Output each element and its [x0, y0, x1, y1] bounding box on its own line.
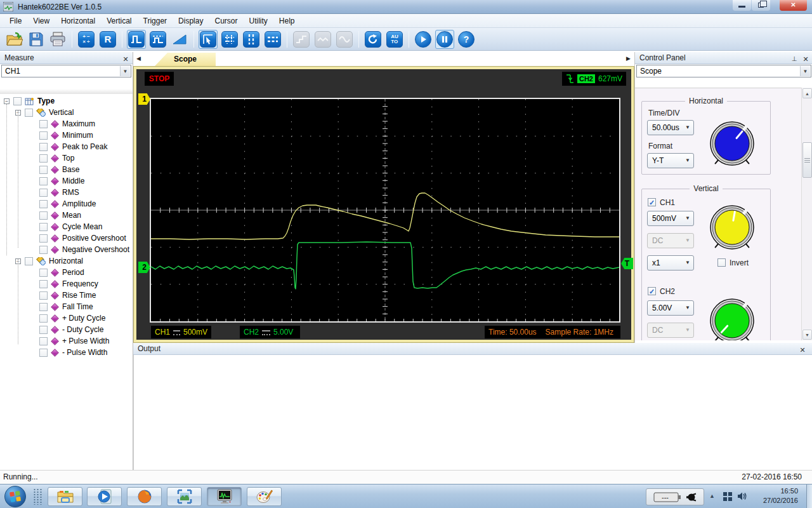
- menu-help[interactable]: Help: [273, 15, 301, 27]
- taskbar-button-image-viewer[interactable]: [167, 487, 202, 506]
- tree-checkbox[interactable]: [39, 269, 48, 277]
- tree-item-period[interactable]: Period: [0, 267, 84, 278]
- tree-item--pulse-width[interactable]: + Pulse Width: [0, 335, 109, 347]
- tree-item-maximum[interactable]: Maximum: [0, 118, 95, 130]
- ch1-coupling-select[interactable]: DC▼: [647, 233, 694, 248]
- ch2-scale-select[interactable]: 5.00V▼: [647, 300, 694, 316]
- control-panel-close-icon[interactable]: ✕: [801, 53, 810, 65]
- ch1-enable-checkbox[interactable]: ✓: [648, 198, 656, 206]
- vertical-cursors-button[interactable]: [242, 30, 261, 49]
- open-button[interactable]: [5, 30, 24, 49]
- timediv-select[interactable]: 50.00us▼: [647, 120, 694, 135]
- scroll-down-icon[interactable]: ▼: [802, 330, 812, 340]
- panel-splitter[interactable]: [0, 89, 133, 94]
- pause-button[interactable]: [435, 30, 454, 49]
- tree-item--duty-cycle[interactable]: + Duty Cycle: [0, 312, 105, 324]
- taskbar-button-oscilloscope[interactable]: [207, 487, 242, 506]
- tree-checkbox[interactable]: [39, 166, 48, 174]
- ch1-position-marker[interactable]: 1: [138, 93, 150, 105]
- ch2-coupling-select[interactable]: DC▼: [647, 323, 694, 338]
- tree-checkbox[interactable]: [39, 234, 48, 243]
- tree-checkbox[interactable]: [25, 257, 33, 265]
- tree-checkbox[interactable]: [39, 143, 48, 151]
- tree-checkbox[interactable]: [39, 326, 48, 334]
- tree-checkbox[interactable]: [25, 109, 33, 117]
- start-button[interactable]: [4, 486, 26, 507]
- close-button[interactable]: ✕: [780, 0, 807, 11]
- tree-checkbox[interactable]: [39, 200, 48, 208]
- tree-item-frequency[interactable]: Frequency: [0, 278, 98, 290]
- tree-item-amplitude[interactable]: Amplitude: [0, 198, 96, 210]
- network-icon[interactable]: [723, 492, 733, 501]
- tree-checkbox[interactable]: [39, 177, 48, 185]
- tree-item-peak-to-peak[interactable]: Peak to Peak: [0, 141, 107, 152]
- tree-node-horizontal[interactable]: −Horizontal: [0, 255, 83, 267]
- tab-next-icon[interactable]: ▶: [626, 55, 631, 62]
- menu-utility[interactable]: Utility: [243, 15, 273, 27]
- auto-button[interactable]: AUTO: [385, 30, 404, 49]
- trigger-level-marker[interactable]: T: [621, 258, 633, 269]
- cursor-button[interactable]: [199, 30, 218, 49]
- tree-checkbox[interactable]: [39, 211, 48, 220]
- ch1-probe-select[interactable]: x1▼: [647, 255, 694, 271]
- menu-vertical[interactable]: Vertical: [101, 15, 137, 27]
- tree-checkbox[interactable]: [39, 154, 48, 163]
- output-close-icon[interactable]: ✕: [798, 344, 807, 356]
- taskbar-clock[interactable]: 16:50 27/02/2016: [755, 486, 798, 505]
- menu-trigger[interactable]: Trigger: [138, 15, 173, 27]
- minimize-button[interactable]: [733, 0, 751, 11]
- tree-checkbox[interactable]: [39, 120, 48, 128]
- tree-item--duty-cycle[interactable]: - Duty Cycle: [0, 324, 103, 335]
- control-panel-scrollbar[interactable]: ▲ ▼: [801, 88, 812, 340]
- scroll-up-icon[interactable]: ▲: [802, 88, 812, 98]
- taskbar-button-paint[interactable]: [247, 487, 282, 506]
- tree-item-base[interactable]: Base: [0, 164, 79, 175]
- step-disabled-button[interactable]: [292, 30, 311, 49]
- menu-horizontal[interactable]: Horizontal: [55, 15, 101, 27]
- ch2-position-knob[interactable]: [705, 294, 759, 340]
- measure-close-icon[interactable]: ✕: [121, 53, 130, 65]
- restore-button[interactable]: [752, 0, 770, 11]
- menu-view[interactable]: View: [27, 15, 55, 27]
- pin-icon[interactable]: ⊥: [790, 53, 799, 65]
- refresh-button[interactable]: [363, 30, 383, 49]
- tree-item-minimum[interactable]: Minimum: [0, 130, 93, 141]
- tree-item-fall-time[interactable]: Fall Time: [0, 301, 93, 312]
- start-button[interactable]: [414, 30, 433, 49]
- tree-collapse-icon[interactable]: −: [4, 98, 10, 104]
- show-desktop-button[interactable]: [806, 485, 812, 508]
- ch2-enable-checkbox[interactable]: ✓: [648, 287, 656, 295]
- tree-checkbox[interactable]: [13, 97, 22, 105]
- tree-checkbox[interactable]: [39, 189, 48, 197]
- tree-item-rms[interactable]: RMS: [0, 187, 79, 198]
- ch1-scale-select[interactable]: 500mV▼: [647, 211, 694, 226]
- pulse-button[interactable]: [127, 30, 146, 49]
- tree-item-rise-time[interactable]: Rise Time: [0, 290, 96, 301]
- ramp-button[interactable]: [170, 30, 189, 49]
- hidden-icons-button[interactable]: ▲: [709, 493, 715, 499]
- scrollbar-thumb[interactable]: [802, 142, 812, 178]
- speaker-icon[interactable]: [737, 491, 748, 501]
- ch1-position-knob[interactable]: [705, 201, 759, 254]
- menu-display[interactable]: Display: [173, 15, 209, 27]
- tree-checkbox[interactable]: [39, 131, 48, 140]
- ch1-invert-checkbox[interactable]: [717, 258, 726, 267]
- taskbar-grip[interactable]: [33, 488, 43, 505]
- save-button[interactable]: [27, 30, 46, 49]
- tab-prev-icon[interactable]: ◀: [136, 55, 141, 62]
- grid-button[interactable]: [220, 30, 239, 49]
- tree-item-middle[interactable]: Middle: [0, 175, 84, 187]
- menu-file[interactable]: File: [4, 15, 27, 27]
- format-select[interactable]: Y-T▼: [647, 153, 694, 168]
- tree-checkbox[interactable]: [39, 291, 48, 300]
- tree-item-positive-overshoot[interactable]: Positive Overshoot: [0, 232, 126, 244]
- print-button[interactable]: [48, 30, 67, 49]
- tree-checkbox[interactable]: [39, 223, 48, 231]
- help-button[interactable]: ?: [457, 30, 476, 49]
- tree-node-type[interactable]: −Type: [0, 95, 55, 107]
- sine-disabled-button[interactable]: [335, 30, 354, 49]
- taskbar-button-media-player[interactable]: [87, 487, 122, 506]
- horizontal-cursors-button[interactable]: [263, 30, 282, 49]
- tree-checkbox[interactable]: [39, 314, 48, 323]
- tab-scope[interactable]: Scope: [155, 53, 216, 66]
